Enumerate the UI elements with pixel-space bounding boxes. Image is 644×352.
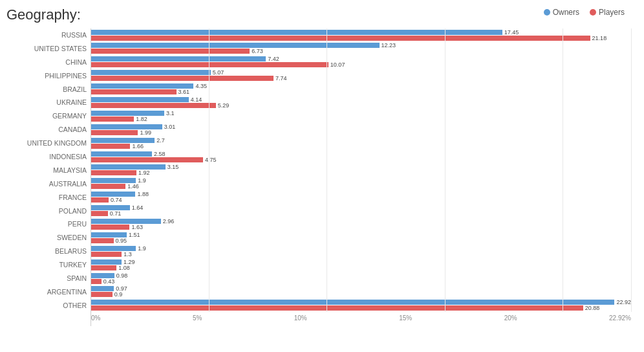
owners-bar-row: 7.42 [91, 56, 631, 61]
owners-bar [91, 30, 502, 35]
owners-bar [91, 124, 162, 129]
players-bar-row: 0.43 [91, 279, 631, 284]
owners-value-label: 7.42 [268, 56, 279, 62]
chart-container: Geography: Owners Players RUSSIAUNITED S… [0, 0, 644, 352]
players-bar-row: 1.82 [91, 116, 631, 122]
bar-group: 17.4521.18 [91, 28, 631, 41]
owners-value-label: 2.7 [156, 137, 165, 144]
owners-bar-row: 22.92 [91, 300, 631, 305]
owners-bar [91, 70, 211, 75]
owners-bar-row: 2.58 [91, 151, 631, 157]
players-value-label: 1.63 [131, 224, 143, 230]
bar-group: 22.9220.88 [91, 299, 631, 312]
owners-value-label: 1.9 [138, 245, 146, 252]
owners-bar-row: 3.15 [91, 164, 631, 170]
owners-bar-row: 1.88 [91, 192, 631, 197]
owners-bar-row: 1.64 [91, 205, 631, 210]
x-axis: 0%5%10%15%20%22.92% [91, 312, 631, 322]
y-label: CHINA [6, 56, 91, 69]
bar-group: 2.71.66 [91, 137, 631, 149]
owners-bar-row: 1.29 [91, 259, 631, 265]
players-value-label: 0.71 [110, 210, 122, 217]
owners-bar-row: 1.51 [91, 232, 631, 237]
owners-value-label: 12.23 [381, 42, 396, 49]
x-axis-label: 20% [504, 314, 517, 322]
y-label: RUSSIA [6, 28, 91, 41]
bar-group: 3.011.99 [91, 123, 631, 136]
owners-value-label: 22.92 [616, 299, 631, 305]
players-bar [91, 116, 134, 122]
bar-group: 1.91.3 [91, 245, 631, 258]
bars-area: 17.4521.1812.236.737.4210.075.077.744.35… [91, 28, 631, 326]
owners-bar [91, 138, 155, 143]
players-value-label: 1.66 [132, 143, 144, 149]
players-bar-row: 4.75 [91, 157, 631, 162]
players-value-label: 1.46 [127, 183, 139, 190]
players-value-label: 20.88 [585, 305, 600, 311]
legend-owners: Owners [544, 8, 579, 17]
x-axis-label: 22.92% [609, 314, 631, 322]
players-bar-row: 1.08 [91, 265, 631, 270]
y-label: PHILIPPINES [6, 69, 91, 82]
players-value-label: 1.99 [140, 129, 151, 136]
players-value-label: 1.92 [138, 170, 150, 176]
grid-line [445, 28, 445, 312]
players-bar-row: 0.74 [91, 197, 631, 203]
y-label: MALAYSIA [6, 164, 91, 177]
owners-bar [91, 97, 189, 102]
y-label: BELARUS [6, 245, 91, 258]
players-bar-row: 1.99 [91, 130, 631, 135]
grid-line [563, 28, 563, 312]
x-axis-label: 0% [91, 314, 100, 322]
players-bar [91, 144, 130, 149]
owners-bar-row: 5.07 [91, 70, 631, 75]
players-bar-row: 10.07 [91, 62, 631, 67]
y-label: AUSTRALIA [6, 177, 91, 190]
owners-bar [91, 286, 114, 291]
owners-bar-row: 12.23 [91, 43, 631, 48]
y-label: TURKEY [6, 258, 91, 271]
owners-bar-row: 17.45 [91, 30, 631, 35]
players-bar [91, 89, 177, 94]
bar-group: 1.510.95 [91, 231, 631, 244]
x-axis-label: 10% [294, 314, 307, 322]
y-label: PERU [6, 217, 91, 230]
bar-group: 12.236.73 [91, 42, 631, 55]
owners-value-label: 17.45 [504, 29, 519, 36]
bar-group: 4.353.61 [91, 83, 631, 96]
owners-bar-row: 3.01 [91, 124, 631, 129]
players-bar [91, 62, 328, 67]
owners-bar [91, 300, 614, 305]
bar-group: 2.584.75 [91, 150, 631, 163]
bar-group: 5.077.74 [91, 69, 631, 82]
bar-group: 1.640.71 [91, 204, 631, 217]
bar-group: 1.880.74 [91, 191, 631, 204]
players-bar [91, 184, 125, 189]
players-bar-row: 21.18 [91, 36, 631, 41]
players-value-label: 1.3 [123, 251, 132, 258]
players-bar [91, 36, 590, 41]
grid-line [631, 28, 632, 312]
bar-group: 1.91.46 [91, 177, 631, 190]
players-bar-row: 0.9 [91, 292, 631, 297]
players-bar-row: 0.95 [91, 238, 631, 243]
players-bar [91, 292, 113, 297]
y-label: CANADA [6, 123, 91, 136]
owners-bar-row: 0.97 [91, 286, 631, 291]
owners-value-label: 2.96 [163, 218, 175, 225]
owners-bar [91, 56, 266, 61]
y-label: INDONESIA [6, 150, 91, 163]
bars-inner: 17.4521.1812.236.737.4210.075.077.744.35… [91, 28, 631, 312]
x-axis-label: 15% [399, 314, 412, 322]
players-bar [91, 76, 274, 81]
players-bar [91, 211, 108, 216]
y-label: UNITED STATES [6, 42, 91, 55]
owners-bar-row: 4.35 [91, 83, 631, 89]
players-bar-row: 0.71 [91, 211, 631, 216]
grid-line [209, 28, 209, 312]
y-label: OTHER [6, 299, 91, 312]
players-value-label: 4.75 [205, 157, 217, 163]
bar-group: 0.970.9 [91, 285, 631, 298]
owners-bar [91, 164, 166, 170]
players-bar-row: 20.88 [91, 305, 631, 311]
